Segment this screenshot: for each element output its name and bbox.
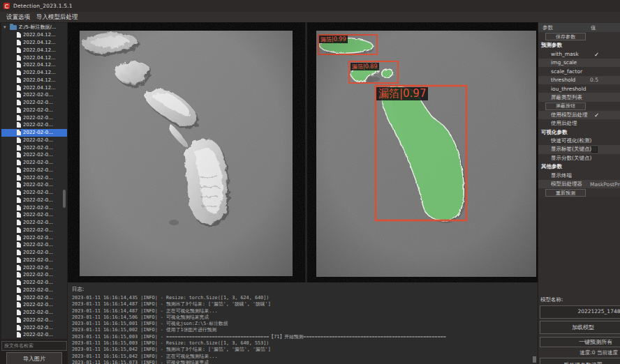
tree-item[interactable]: 2022-02-0... [1, 189, 67, 197]
predict-all-button[interactable]: 一键预测所有 [540, 337, 620, 347]
detection-label: 漏箔|0.99 [319, 36, 348, 43]
tree-item-label: 2022.04.12... [23, 40, 56, 45]
tree-item[interactable]: 2022-02-0... [1, 114, 67, 121]
param-row[interactable]: 使用模型后处理✓ [538, 111, 620, 119]
param-row[interactable]: 模型后处理器MaskPostPro [538, 180, 620, 188]
tree-item[interactable]: 2022-02-0... [1, 227, 67, 234]
param-section-header: 预测参数 [538, 41, 620, 50]
tree-item[interactable]: 2022-02-0... [1, 137, 67, 144]
file-icon [17, 310, 21, 315]
param-row[interactable]: img_scale [538, 59, 620, 67]
file-icon [17, 197, 21, 203]
param-row[interactable]: with_mask✓ [538, 50, 620, 58]
file-icon [17, 70, 21, 75]
param-row[interactable]: 显示分数(关键点) [538, 154, 620, 162]
tree-item[interactable]: 2022-02-0... [1, 234, 67, 241]
tree-item[interactable]: 2022.04.12... [1, 39, 67, 47]
tree-item[interactable]: 2022-02-0... [1, 211, 67, 219]
tree-item[interactable]: 2022-02-0... [1, 257, 67, 264]
image-panel-original[interactable] [68, 22, 305, 282]
filename-search-input[interactable] [1, 341, 67, 351]
tree-scrollbar[interactable] [63, 190, 66, 208]
log-title: 日志: [72, 286, 84, 293]
file-icon [17, 280, 21, 285]
param-row[interactable]: 快速可视化(检测) [538, 137, 620, 145]
param-row[interactable]: 显示终端 [538, 171, 620, 179]
tree-root-folder[interactable]: ▾ Z:/5-标注数据/... [1, 23, 67, 31]
tree-item[interactable]: 2022-02-0... [1, 91, 67, 99]
log-scrollbar[interactable] [533, 356, 536, 363]
param-button-row: 重新预测 [538, 188, 620, 197]
load-model-button[interactable]: 加载模型 [540, 321, 620, 334]
menu-item-import-model-postprocess[interactable]: 导入模型后处理 [36, 13, 78, 22]
tree-item[interactable]: 2022-02-0... [1, 287, 67, 294]
tree-item[interactable]: 2022.04.12... [1, 54, 67, 61]
tree-item[interactable]: 2022-02-0... [1, 317, 67, 324]
tree-item[interactable]: 2022-02-0... [1, 144, 67, 151]
tree-item[interactable]: 2022.04.12... [1, 84, 67, 91]
tree-item-label: 2022-02-0... [23, 107, 53, 113]
tree-item[interactable]: 2022-02-0... [1, 301, 67, 309]
tree-item[interactable]: 2022-02-0... [1, 271, 67, 279]
param-row[interactable]: 使用后处理 [538, 119, 620, 128]
tree-item[interactable]: 2022-02-0... [1, 159, 67, 167]
app-window: Detection_2023.1.5.1 设置选项 导入模型后处理 ▾ Z:/5… [0, 0, 620, 364]
chevron-down-icon[interactable]: ▾ [1, 23, 8, 31]
param-row[interactable]: scale_factor [538, 67, 620, 75]
file-icon [17, 272, 21, 278]
checkbox-unchecked[interactable] [591, 146, 598, 153]
tree-item[interactable]: 2022-02-0... [1, 167, 67, 174]
tree-item[interactable]: 2022-02-0... [1, 121, 67, 129]
param-action-button[interactable]: 屏蔽按钮 [545, 103, 586, 110]
speed-status: 速度:0 当前速度 [538, 349, 618, 356]
tree-item[interactable]: 2022-02-0... [1, 151, 67, 159]
file-icon [17, 182, 21, 188]
tree-item[interactable]: 2022-02-0... [1, 279, 67, 287]
original-image-canvas [68, 22, 305, 282]
tree-item-list: 2022.04.12...2022.04.12...2022.04.12...2… [1, 31, 67, 339]
tree-item[interactable]: 2022-02-0... [1, 107, 67, 114]
tree-item-label: 2022-02-0... [23, 175, 53, 181]
tree-item[interactable]: 2022-02-0... [1, 249, 67, 257]
tree-item[interactable]: 2022-02-0... [1, 129, 67, 137]
tree-item[interactable]: 2022.04.12... [1, 61, 67, 69]
tree-item[interactable]: 2022.04.12... [1, 47, 67, 54]
tree-item[interactable]: 2022-02-0... [1, 174, 67, 181]
tree-item[interactable]: 2022-02-0... [1, 204, 67, 211]
tree-item[interactable]: 2022-02-0... [1, 264, 67, 271]
tree-item[interactable]: 2022-02-0... [1, 181, 67, 189]
tree-item[interactable]: 2022.04.12... [1, 31, 67, 39]
tree-item[interactable]: 2022.04.12... [1, 69, 67, 77]
param-action-button[interactable]: 保存参数 [545, 33, 586, 40]
log-line: 2023-01-11 16:16:15,042 |INFO| - 正在可视化预测… [72, 354, 532, 360]
image-panel-prediction[interactable]: 漏箔|0.99 漏箔|0.89 漏箔|0.97 [307, 22, 538, 282]
param-action-button[interactable]: 重新预测 [545, 189, 586, 197]
tree-item[interactable]: 2022-02-0... [1, 331, 67, 339]
tree-item-label: 2022-02-0... [23, 302, 53, 308]
file-icon [17, 167, 21, 173]
param-row[interactable]: iou_threshold [538, 84, 620, 93]
tree-item[interactable]: 2022.04.12... [1, 77, 67, 84]
tree-item-label: 2022-02-0... [23, 145, 53, 151]
import-image-button[interactable]: 导入图片 [6, 352, 62, 364]
param-row[interactable]: threshold0.5 [538, 76, 620, 84]
tree-item-label: 2022-02-0... [23, 212, 53, 218]
app-icon [3, 3, 10, 9]
tree-item-label: 2022-02-0... [23, 115, 53, 121]
tree-item[interactable]: 2022-02-0... [1, 324, 67, 331]
log-line: 2023-01-11 16:16:15,042 |INFO| - 预测出了3个结… [72, 347, 532, 353]
tree-item[interactable]: 2022-02-0... [1, 219, 67, 227]
param-row[interactable]: 显示标签(关键点) [538, 145, 620, 153]
tree-item[interactable]: 2022-02-0... [1, 197, 67, 204]
file-sidebar: ▾ Z:/5-标注数据/... 2022.04.12...2022.04.12.… [0, 22, 68, 364]
tree-item[interactable]: 2022-02-0... [1, 241, 67, 249]
param-column-header: 参数 [542, 24, 553, 31]
log-line: 2023-01-11 16:16:15,003 |INFO| - Resize:… [72, 340, 532, 347]
tree-item-label: 2022.04.12... [23, 77, 56, 83]
param-row[interactable]: 屏蔽类型列表 [538, 93, 620, 101]
menu-item-settings[interactable]: 设置选项 [6, 13, 30, 22]
tree-item[interactable]: 2022-02-0... [1, 99, 67, 107]
postprocess-settings-button[interactable]: 后处理参数设置 [540, 358, 620, 364]
tree-item[interactable]: 2022-02-0... [1, 309, 67, 317]
tree-item[interactable]: 2022-02-0... [1, 294, 67, 301]
